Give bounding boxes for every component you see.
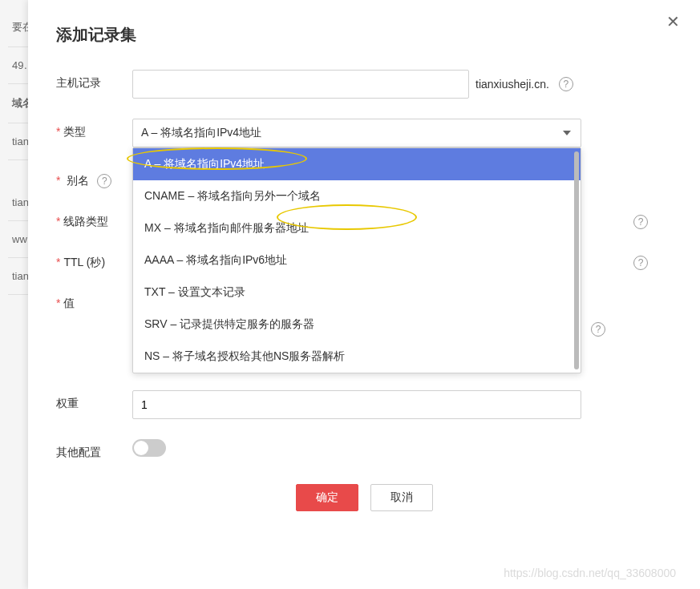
other-config-toggle[interactable] — [132, 439, 166, 457]
help-icon[interactable]: ? — [633, 256, 648, 270]
line-label: 线路类型 — [56, 208, 132, 229]
weight-row: 权重 — [56, 390, 672, 419]
modal-title: 添加记录集 — [56, 24, 672, 46]
help-icon[interactable]: ? — [633, 215, 648, 229]
help-icon[interactable]: ? — [591, 322, 605, 337]
chevron-down-icon — [563, 131, 571, 135]
add-record-modal: ✕ 添加记录集 主机记录 tianxiusheji.cn. ? 类型 A – 将… — [28, 0, 700, 589]
host-input[interactable] — [132, 70, 469, 99]
dropdown-option-ns[interactable]: NS – 将子域名授权给其他NS服务器解析 — [133, 341, 581, 373]
close-icon: ✕ — [666, 13, 680, 30]
value-label: 值 — [56, 290, 132, 311]
ttl-label: TTL (秒) — [56, 249, 132, 270]
confirm-button[interactable]: 确定 — [296, 484, 358, 511]
weight-label: 权重 — [56, 390, 132, 411]
cancel-button[interactable]: 取消 — [370, 484, 433, 511]
scrollbar[interactable] — [574, 151, 579, 369]
type-select[interactable]: A – 将域名指向IPv4地址 — [132, 119, 581, 147]
weight-input[interactable] — [132, 390, 581, 419]
other-config-row: 其他配置 — [56, 439, 672, 460]
modal-actions: 确定 取消 — [56, 484, 672, 511]
host-label: 主机记录 — [56, 70, 132, 91]
type-dropdown: A – 将域名指向IPv4地址 CNAME – 将域名指向另外一个域名 MX –… — [132, 147, 581, 373]
dropdown-option-mx[interactable]: MX – 将域名指向邮件服务器地址 — [133, 212, 581, 244]
dropdown-option-cname[interactable]: CNAME – 将域名指向另外一个域名 — [133, 180, 581, 212]
dropdown-option-a[interactable]: A – 将域名指向IPv4地址 — [133, 148, 581, 180]
dropdown-option-srv[interactable]: SRV – 记录提供特定服务的服务器 — [133, 309, 581, 341]
help-icon[interactable]: ? — [559, 77, 573, 91]
type-label: 类型 — [56, 119, 132, 139]
close-button[interactable]: ✕ — [666, 12, 680, 31]
alias-label: 别名 ? — [56, 167, 132, 188]
help-icon[interactable]: ? — [97, 174, 111, 188]
type-selected-value: A – 将域名指向IPv4地址 — [141, 126, 261, 140]
host-record-row: 主机记录 tianxiusheji.cn. ? — [56, 70, 672, 99]
type-row: 类型 A – 将域名指向IPv4地址 A – 将域名指向IPv4地址 CNAME… — [56, 119, 672, 147]
dropdown-option-txt[interactable]: TXT – 设置文本记录 — [133, 276, 581, 309]
domain-suffix: tianxiusheji.cn. — [475, 78, 549, 91]
toggle-knob — [134, 441, 148, 455]
other-label: 其他配置 — [56, 439, 132, 460]
dropdown-option-aaaa[interactable]: AAAA – 将域名指向IPv6地址 — [133, 244, 581, 276]
